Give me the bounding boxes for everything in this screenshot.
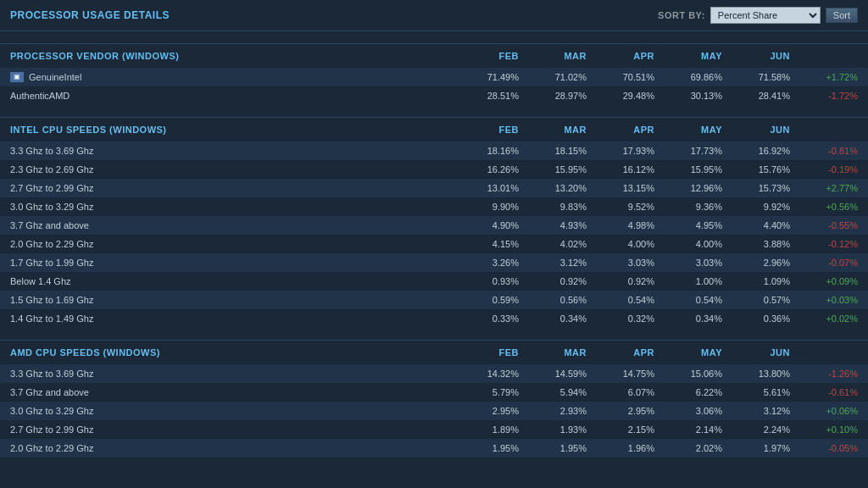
vendor-icon: ▣ [10,72,24,82]
col-header-mar: MAR [519,125,587,135]
table-row: 1.4 Ghz to 1.49 Ghz0.33%0.34%0.32%0.34%0… [0,309,868,328]
cell-feb: 2.95% [451,406,519,416]
col-header-mar: MAR [519,51,587,61]
table-row: 3.0 Ghz to 3.29 Ghz9.90%9.83%9.52%9.36%9… [0,197,868,216]
sort-button[interactable]: Sort [826,8,858,23]
cell-may: 3.03% [654,258,722,268]
table-row: 2.0 Ghz to 2.29 Ghz1.95%1.95%1.96%2.02%1… [0,439,868,458]
cell-jun: 2.96% [722,258,790,268]
row-label: 2.7 Ghz to 2.99 Ghz [10,183,451,193]
col-header-feb: FEB [451,125,519,135]
row-label: 3.7 Ghz and above [10,387,451,397]
table-row: 1.5 Ghz to 1.69 Ghz0.59%0.56%0.54%0.54%0… [0,291,868,309]
cell-change: +1.72% [790,72,858,82]
cell-change: +0.09% [790,276,858,286]
cell-apr: 70.51% [587,72,654,82]
row-label: 2.0 Ghz to 2.29 Ghz [10,443,451,453]
cell-apr: 0.54% [587,295,654,305]
cell-change: -1.72% [790,91,858,101]
cell-mar: 1.95% [519,443,587,453]
cell-jun: 0.57% [722,295,790,305]
col-header-apr: APR [587,125,654,135]
cell-jun: 28.41% [722,91,790,101]
row-label: 3.7 Ghz and above [10,220,451,230]
row-label: 2.7 Ghz to 2.99 Ghz [10,424,451,435]
col-header-change [790,347,858,358]
cell-feb: 5.79% [451,387,519,397]
cell-apr: 0.32% [587,313,654,324]
cell-apr: 4.98% [587,220,654,230]
table-row: 3.7 Ghz and above5.79%5.94%6.07%6.22%5.6… [0,383,868,402]
cell-feb: 0.93% [451,276,519,286]
cell-mar: 18.15% [519,146,587,156]
sort-select[interactable]: Percent Share Name Change [710,7,821,24]
cell-feb: 14.32% [451,369,519,379]
cell-feb: 16.26% [451,164,519,175]
cell-change: +0.56% [790,202,858,212]
table-row: ▣GenuineIntel71.49%71.02%70.51%69.86%71.… [0,68,868,86]
col-header-feb: FEB [451,347,519,358]
cell-change: -1.26% [790,369,858,379]
cell-jun: 71.58% [722,72,790,82]
cell-jun: 2.24% [722,424,790,435]
table-row: 2.3 Ghz to 2.69 Ghz16.26%15.95%16.12%15.… [0,160,868,179]
col-header-change [790,51,858,61]
cell-apr: 2.15% [587,424,654,435]
cell-jun: 4.40% [722,220,790,230]
cell-apr: 2.95% [587,406,654,416]
cell-mar: 14.59% [519,369,587,379]
col-header-may: MAY [654,125,722,135]
section-title-intel-cpu-speeds: INTEL CPU SPEEDS (WINDOWS) [10,125,451,135]
table-row: 1.7 Ghz to 1.99 Ghz3.26%3.12%3.03%3.03%2… [0,253,868,272]
row-label: Below 1.4 Ghz [10,276,451,286]
cell-jun: 13.80% [722,369,790,379]
cell-jun: 3.88% [722,239,790,249]
cell-apr: 29.48% [587,91,654,101]
cell-mar: 0.56% [519,295,587,305]
cell-change: +0.02% [790,313,858,324]
cell-apr: 1.96% [587,443,654,453]
cell-apr: 16.12% [587,164,654,175]
sections-container: PROCESSOR VENDOR (WINDOWS)FEBMARAPRMAYJU… [0,31,868,458]
table-row: 2.7 Ghz to 2.99 Ghz13.01%13.20%13.15%12.… [0,179,868,197]
col-header-jun: JUN [722,347,790,358]
table-row: 3.7 Ghz and above4.90%4.93%4.98%4.95%4.4… [0,216,868,235]
cell-may: 0.54% [654,295,722,305]
cell-change: -0.55% [790,220,858,230]
row-label: AuthenticAMD [10,91,451,101]
cell-change: -0.61% [790,387,858,397]
cell-may: 15.95% [654,164,722,175]
row-label: 2.0 Ghz to 2.29 Ghz [10,239,451,249]
cell-feb: 3.26% [451,258,519,268]
cell-mar: 13.20% [519,183,587,193]
cell-change: +0.03% [790,295,858,305]
cell-may: 17.73% [654,146,722,156]
cell-change: +0.06% [790,406,858,416]
cell-mar: 0.34% [519,313,587,324]
row-label: 3.3 Ghz to 3.69 Ghz [10,146,451,156]
cell-may: 0.34% [654,313,722,324]
header-bar: PROCESSOR USAGE DETAILS SORT BY: Percent… [0,0,868,31]
cell-jun: 0.36% [722,313,790,324]
cell-mar: 71.02% [519,72,587,82]
cell-may: 12.96% [654,183,722,193]
cell-feb: 1.89% [451,424,519,435]
col-header-jun: JUN [722,51,790,61]
section-header-amd-cpu-speeds: AMD CPU SPEEDS (WINDOWS)FEBMARAPRMAYJUN [0,340,868,364]
cell-may: 2.14% [654,424,722,435]
cell-may: 69.86% [654,72,722,82]
cell-jun: 5.61% [722,387,790,397]
col-header-jun: JUN [722,125,790,135]
cell-change: -0.07% [790,258,858,268]
sort-label: SORT BY: [658,10,705,20]
cell-mar: 3.12% [519,258,587,268]
col-header-apr: APR [587,347,654,358]
cell-change: +2.77% [790,183,858,193]
section-header-intel-cpu-speeds: INTEL CPU SPEEDS (WINDOWS)FEBMARAPRMAYJU… [0,117,868,141]
cell-feb: 13.01% [451,183,519,193]
table-row: 3.3 Ghz to 3.69 Ghz14.32%14.59%14.75%15.… [0,364,868,383]
cell-mar: 1.93% [519,424,587,435]
col-header-apr: APR [587,51,654,61]
cell-may: 1.00% [654,276,722,286]
cell-feb: 0.59% [451,295,519,305]
